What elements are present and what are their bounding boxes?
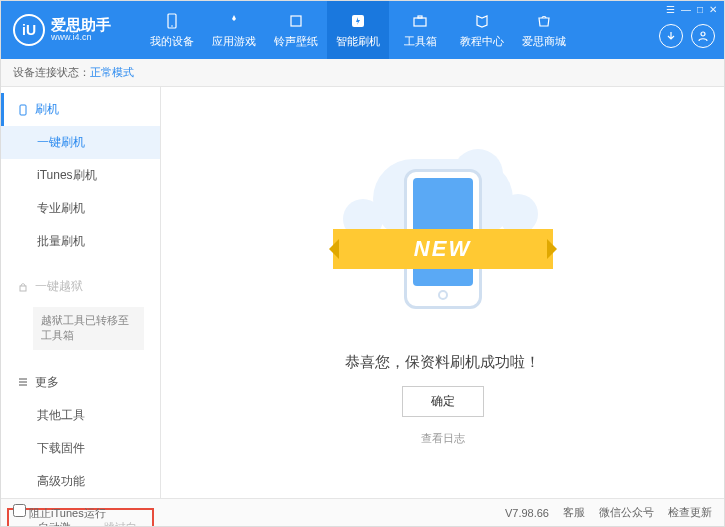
store-icon — [535, 12, 553, 30]
new-ribbon: NEW — [333, 229, 553, 269]
block-itunes-input[interactable] — [13, 504, 26, 517]
logo-icon: iU — [13, 14, 45, 46]
svg-point-6 — [701, 32, 705, 36]
nav-label: 爱思商城 — [522, 34, 566, 49]
nav-tutorials[interactable]: 教程中心 — [451, 1, 513, 59]
nav-label: 智能刷机 — [336, 34, 380, 49]
status-bar: 设备连接状态： 正常模式 — [1, 59, 724, 87]
sidebar-heading-jailbreak: 一键越狱 — [1, 270, 160, 303]
svg-rect-2 — [291, 16, 301, 26]
nav-apps[interactable]: 应用游戏 — [203, 1, 265, 59]
success-illustration: NEW — [313, 139, 573, 339]
nav-label: 教程中心 — [460, 34, 504, 49]
user-button[interactable] — [691, 24, 715, 48]
close-icon[interactable]: ✕ — [709, 4, 717, 15]
ok-button[interactable]: 确定 — [402, 386, 484, 417]
flash-icon — [349, 12, 367, 30]
logo: iU 爱思助手 www.i4.cn — [1, 14, 141, 46]
sidebar-item-itunes[interactable]: iTunes刷机 — [1, 159, 160, 192]
sidebar-item-firmware[interactable]: 下载固件 — [1, 432, 160, 465]
device-icon — [17, 104, 29, 116]
wallpaper-icon — [287, 12, 305, 30]
app-title: 爱思助手 — [51, 17, 111, 34]
footer-update[interactable]: 检查更新 — [668, 505, 712, 520]
svg-rect-4 — [414, 18, 426, 26]
sidebar-item-advanced[interactable]: 高级功能 — [1, 465, 160, 498]
sidebar-heading-label: 更多 — [35, 374, 59, 391]
minimize-icon[interactable]: — — [681, 4, 691, 15]
nav-my-device[interactable]: 我的设备 — [141, 1, 203, 59]
sidebar-item-batch[interactable]: 批量刷机 — [1, 225, 160, 258]
nav-store[interactable]: 爱思商城 — [513, 1, 575, 59]
nav-label: 铃声壁纸 — [274, 34, 318, 49]
nav-label: 工具箱 — [404, 34, 437, 49]
lock-icon — [17, 281, 29, 293]
window-controls: ☰ — □ ✕ — [666, 4, 717, 15]
apps-icon — [225, 12, 243, 30]
svg-point-1 — [171, 25, 173, 27]
footer-support[interactable]: 客服 — [563, 505, 585, 520]
sidebar-heading-label: 刷机 — [35, 101, 59, 118]
sidebar-heading-more[interactable]: 更多 — [1, 366, 160, 399]
nav-toolbox[interactable]: 工具箱 — [389, 1, 451, 59]
phone-icon — [163, 12, 181, 30]
sidebar-item-othertools[interactable]: 其他工具 — [1, 399, 160, 432]
success-message: 恭喜您，保资料刷机成功啦！ — [345, 353, 540, 372]
maximize-icon[interactable]: □ — [697, 4, 703, 15]
main-content: NEW 恭喜您，保资料刷机成功啦！ 确定 查看日志 — [161, 87, 724, 498]
svg-rect-8 — [20, 286, 26, 291]
sidebar-heading-flash[interactable]: 刷机 — [1, 93, 160, 126]
menu-icon[interactable]: ☰ — [666, 4, 675, 15]
status-label: 设备连接状态： — [13, 65, 90, 80]
block-itunes-checkbox[interactable]: 阻止iTunes运行 — [13, 504, 106, 521]
sidebar: 刷机 一键刷机 iTunes刷机 专业刷机 批量刷机 一键越狱 越狱工具已转移至… — [1, 87, 161, 498]
sidebar-item-pro[interactable]: 专业刷机 — [1, 192, 160, 225]
svg-rect-5 — [418, 16, 422, 18]
book-icon — [473, 12, 491, 30]
nav-label: 我的设备 — [150, 34, 194, 49]
app-url: www.i4.cn — [51, 33, 111, 43]
list-icon — [17, 376, 29, 388]
sidebar-item-oneclick[interactable]: 一键刷机 — [1, 126, 160, 159]
app-header: iU 爱思助手 www.i4.cn 我的设备 应用游戏 铃声壁纸 智能刷机 工具… — [1, 1, 724, 59]
toolbox-icon — [411, 12, 429, 30]
nav-smart-flash[interactable]: 智能刷机 — [327, 1, 389, 59]
status-value: 正常模式 — [90, 65, 134, 80]
version-label: V7.98.66 — [505, 507, 549, 519]
top-nav: 我的设备 应用游戏 铃声壁纸 智能刷机 工具箱 教程中心 爱思商城 — [141, 1, 575, 59]
header-actions — [659, 24, 715, 48]
footer-wechat[interactable]: 微信公众号 — [599, 505, 654, 520]
sidebar-heading-label: 一键越狱 — [35, 278, 83, 295]
nav-ringtones[interactable]: 铃声壁纸 — [265, 1, 327, 59]
svg-rect-7 — [20, 105, 26, 115]
nav-label: 应用游戏 — [212, 34, 256, 49]
view-log-link[interactable]: 查看日志 — [421, 431, 465, 446]
jailbreak-note: 越狱工具已转移至工具箱 — [33, 307, 144, 350]
download-button[interactable] — [659, 24, 683, 48]
